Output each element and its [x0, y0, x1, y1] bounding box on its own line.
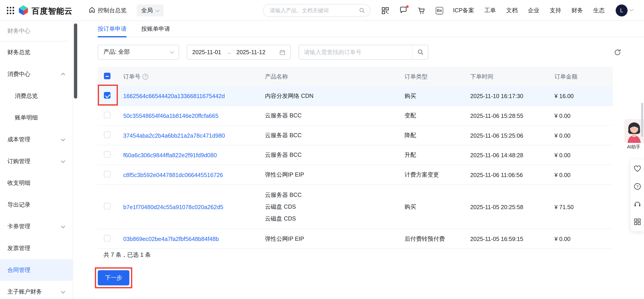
row-checkbox-cell — [98, 112, 123, 120]
avatar-chevron-down-icon[interactable] — [630, 7, 634, 12]
row-checkbox[interactable] — [104, 171, 110, 178]
filter-bar: 产品: 全部 2025-11-01 → 2025-11-12 — [98, 45, 634, 60]
date-range-picker[interactable]: 2025-11-01 → 2025-11-12 — [187, 45, 291, 60]
row-checkbox[interactable] — [104, 151, 110, 158]
brand-logo[interactable]: 百度智能云 — [18, 5, 72, 17]
row-checkbox-cell — [98, 151, 123, 159]
sidebar-item[interactable]: 合同管理 — [0, 259, 72, 281]
topbar-link[interactable]: 支持 — [550, 7, 562, 14]
tab-0[interactable]: 按订单申请 — [98, 21, 126, 37]
sidebar-scrollbar[interactable] — [74, 24, 77, 98]
row-checkbox-cell — [98, 203, 123, 211]
search-icon[interactable] — [359, 7, 365, 14]
home-icon — [89, 6, 95, 14]
topbar: 百度智能云 控制台总览 全局 — [0, 0, 644, 21]
date-start-value: 2025-11-01 — [192, 49, 221, 56]
chevron-down-icon — [61, 289, 65, 293]
ai-assistant-label: AI助手 — [624, 144, 644, 150]
calendar-icon — [279, 49, 285, 55]
table-row: 03b869ec02be4a7fa2fbf5648b84f48b弹性公网IP E… — [98, 229, 613, 249]
order-search-input[interactable] — [299, 49, 412, 56]
order-id-link[interactable]: f60a6c306c9844ffa822e2f91fd9d080 — [123, 152, 217, 158]
topbar-link[interactable]: ICP备案 — [453, 7, 474, 14]
order-time: 2025-11-10 16:17:30 — [470, 92, 554, 99]
notification-dot — [406, 5, 409, 8]
row-checkbox[interactable] — [104, 203, 110, 210]
messages-icon[interactable] — [400, 6, 408, 14]
cart-icon[interactable] — [418, 7, 425, 14]
language-icon[interactable]: En — [436, 7, 443, 14]
sidebar-item-label: 消费总览 — [15, 92, 38, 100]
header-order-time: 下单时间 — [470, 73, 554, 80]
topbar-link[interactable]: 财务 — [572, 7, 583, 14]
sidebar-item[interactable]: 财务总览 — [0, 42, 72, 63]
console-overview-link[interactable]: 控制台总览 — [89, 0, 126, 21]
avatar[interactable]: L — [616, 4, 628, 16]
help-circle-icon[interactable]: ? — [634, 183, 641, 190]
topbar-links: ICP备案工单文档企业支持财务生态 — [453, 0, 605, 21]
console-overview-label: 控制台总览 — [98, 7, 126, 14]
order-id-link[interactable]: c8f5c3b592e0447881dc066445516726 — [123, 172, 223, 178]
product-cell: 内容分发网络 CDN — [265, 90, 404, 102]
sidebar-item[interactable]: 导出记录 — [0, 194, 72, 216]
refresh-button[interactable] — [611, 46, 624, 59]
sidebar: 财务中心 财务总览消费中心消费总览账单明细成本管理订购管理收支明细导出记录卡券管… — [0, 21, 73, 299]
order-id-link[interactable]: b7e1f70480d24c55a91078c020a262d5 — [123, 204, 223, 210]
order-amount: ¥ 16.00 — [554, 92, 613, 99]
sidebar-item-label: 订购管理 — [7, 158, 30, 165]
qr-code-icon[interactable] — [382, 7, 389, 14]
product-name: 云服务器 BCC — [265, 110, 404, 122]
sidebar-item-label: 发票管理 — [7, 244, 30, 252]
row-checkbox[interactable] — [104, 235, 110, 242]
row-checkbox[interactable] — [104, 92, 110, 98]
sidebar-item[interactable]: 消费总览 — [0, 85, 72, 107]
order-id-link[interactable]: 50c35548654f46a1b8146e20ffcfa665 — [123, 112, 218, 119]
product-filter-select[interactable]: 产品: 全部 — [98, 45, 179, 60]
product-name: 云服务器 BCC — [265, 130, 404, 141]
global-search-input[interactable] — [263, 7, 359, 14]
sidebar-item[interactable]: 消费中心 — [0, 63, 72, 85]
help-icon[interactable]: ? — [142, 74, 148, 80]
global-search — [263, 4, 370, 17]
next-step-button[interactable]: 下一步 — [98, 270, 130, 286]
chevron-down-icon — [61, 224, 65, 228]
order-search-button[interactable] — [412, 45, 428, 59]
row-checkbox[interactable] — [104, 132, 110, 138]
order-id-link[interactable]: 03b869ec02be4a7fa2fbf5648b84f48b — [123, 236, 219, 242]
apps-grid-icon[interactable] — [6, 6, 14, 14]
region-selector[interactable]: 全局 — [137, 4, 164, 16]
order-amount: ¥ 0.00 — [554, 152, 613, 158]
sidebar-item[interactable]: 收支明细 — [0, 172, 72, 194]
topbar-link[interactable]: 文档 — [506, 7, 518, 14]
sidebar-item[interactable]: 卡券管理 — [0, 216, 72, 238]
tab-1[interactable]: 按账单申请 — [141, 21, 170, 37]
sidebar-item[interactable]: 成本管理 — [0, 128, 72, 150]
sidebar-item[interactable]: 订购管理 — [0, 150, 72, 172]
order-search-box — [298, 45, 428, 60]
sidebar-item[interactable]: 发票管理 — [0, 237, 72, 259]
date-end-value: 2025-11-12 — [236, 49, 265, 56]
sidebar-item-label: 收支明细 — [7, 179, 30, 186]
order-id-cell: b7e1f70480d24c55a91078c020a262d5 — [123, 204, 265, 210]
region-label: 全局 — [141, 7, 153, 14]
order-id-cell: c8f5c3b592e0447881dc066445516726 — [123, 172, 265, 178]
select-all-checkbox[interactable] — [104, 72, 110, 79]
topbar-link[interactable]: 生态 — [593, 7, 605, 14]
topbar-link[interactable]: 工单 — [484, 7, 496, 14]
table-header: 订单号 ? 产品名称 订单类型 下单时间 订单金额 — [98, 67, 613, 86]
page-scrollbar[interactable] — [641, 102, 643, 137]
favorite-heart-icon[interactable] — [634, 165, 641, 172]
row-checkbox-cell — [98, 235, 123, 242]
order-id-link[interactable]: 1662564c66544420a13366811675442d — [123, 92, 224, 99]
order-id-cell: 1662564c66544420a13366811675442d — [123, 92, 265, 99]
row-checkbox[interactable] — [104, 112, 110, 118]
topbar-link[interactable]: 企业 — [528, 7, 540, 14]
header-product-name: 产品名称 — [265, 73, 404, 80]
order-type: 变配 — [404, 112, 470, 119]
more-apps-grid-icon[interactable] — [634, 218, 641, 225]
phone-support-icon[interactable] — [634, 200, 641, 208]
order-id-link[interactable]: 37454aba2c2b4a6bb21a2a78c471d980 — [123, 132, 225, 138]
sidebar-item[interactable]: 账单明细 — [0, 107, 72, 128]
order-amount: ¥ 71.50 — [554, 204, 613, 210]
sidebar-item[interactable]: 主子账户财务 — [0, 281, 72, 299]
